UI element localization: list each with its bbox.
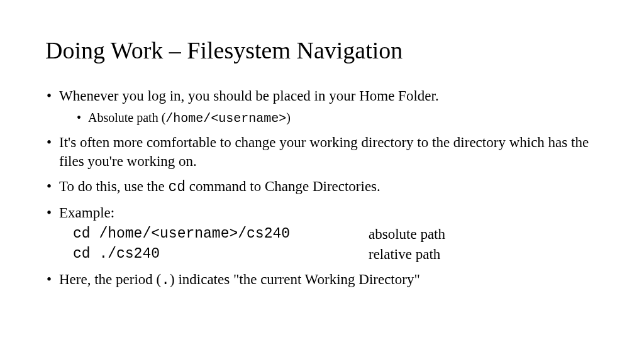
text: ) bbox=[286, 111, 291, 124]
list-item: Example: cd /home/<username>/cs240 absol… bbox=[45, 204, 599, 264]
example-command: cd ./cs240 bbox=[73, 244, 369, 264]
code-text: cd bbox=[168, 179, 186, 195]
code-text: . bbox=[161, 272, 170, 288]
example-command: cd /home/<username>/cs240 bbox=[73, 224, 369, 244]
list-item: Whenever you log in, you should be place… bbox=[45, 87, 599, 127]
list-item: To do this, use the cd command to Change… bbox=[45, 177, 599, 197]
text: To do this, use the bbox=[59, 178, 168, 194]
list-item: It's often more comfortable to change yo… bbox=[45, 133, 599, 171]
text: ) indicates "the current Working Directo… bbox=[170, 272, 420, 287]
example-row: cd ./cs240 relative path bbox=[73, 244, 599, 264]
sub-list-item: Absolute path (/home/<username>) bbox=[77, 109, 599, 127]
text: Absolute path ( bbox=[88, 111, 165, 124]
example-row: cd /home/<username>/cs240 absolute path bbox=[73, 224, 599, 244]
example-description: absolute path bbox=[369, 224, 445, 244]
example-block: cd /home/<username>/cs240 absolute path … bbox=[73, 224, 599, 263]
example-description: relative path bbox=[369, 244, 440, 264]
code-text: /home/<username> bbox=[165, 111, 286, 126]
bullet-text: Example: bbox=[59, 205, 114, 221]
text: Here, the period ( bbox=[59, 272, 161, 287]
bullet-text: Whenever you log in, you should be place… bbox=[59, 88, 439, 104]
bullet-text: It's often more comfortable to change yo… bbox=[59, 134, 589, 169]
slide-title: Doing Work – Filesystem Navigation bbox=[45, 36, 599, 64]
list-item: Here, the period (.) indicates "the curr… bbox=[45, 270, 599, 290]
bullet-list: Whenever you log in, you should be place… bbox=[45, 87, 599, 290]
text: command to Change Directories. bbox=[186, 178, 380, 194]
